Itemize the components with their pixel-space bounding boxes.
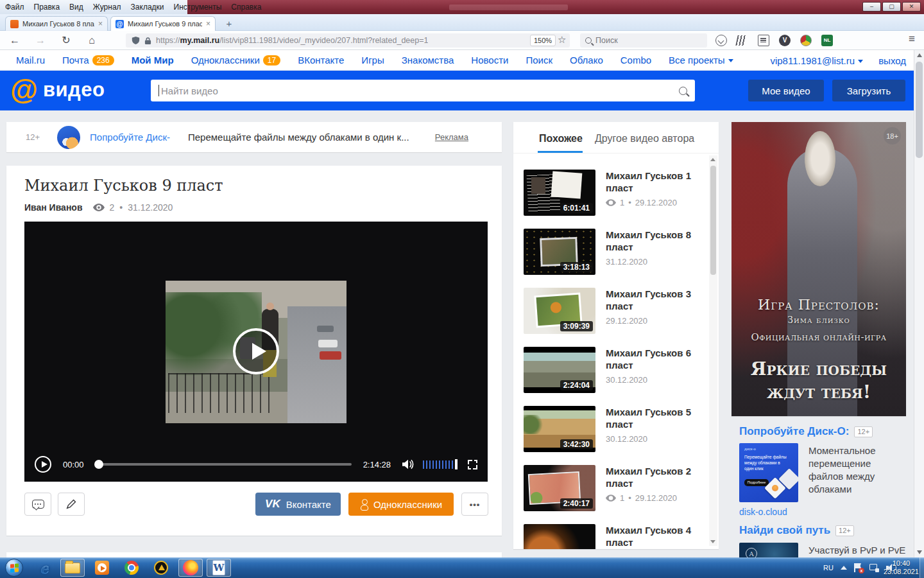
portal-link-mailru[interactable]: Mail.ru — [16, 55, 45, 66]
menu-history[interactable]: Журнал — [93, 3, 121, 12]
edit-button[interactable] — [58, 493, 85, 516]
my-videos-button[interactable]: Мое видео — [748, 80, 824, 101]
portal-link-search[interactable]: Поиск — [526, 55, 552, 66]
taskbar-aimp[interactable] — [149, 559, 173, 577]
ad-link[interactable]: Попробуйте Диск- — [90, 132, 170, 143]
fullscreen-icon[interactable] — [468, 460, 477, 469]
ad-banner[interactable]: 12+ Попробуйте Диск- Перемещайте файлы м… — [6, 122, 502, 152]
portal-link-dating[interactable]: Знакомства — [402, 55, 454, 66]
menu-tools[interactable]: Инструменты — [174, 3, 222, 12]
tracking-shield-icon[interactable] — [132, 36, 140, 45]
taskbar-firefox[interactable] — [178, 559, 203, 577]
video-author[interactable]: Иван Иванов — [24, 202, 83, 213]
tab-1[interactable]: Михаил Гуськов 8 пласт (Юри × — [5, 16, 108, 31]
tab-2-active[interactable]: @ Михаил Гуськов 9 пласт – смо × — [110, 16, 216, 31]
seek-slider[interactable] — [96, 463, 352, 466]
portal-link-ok[interactable]: Одноклассники17 — [191, 55, 281, 66]
bookmark-star-icon[interactable]: ☆ — [558, 34, 566, 46]
video-logo[interactable]: @ видео — [10, 75, 105, 105]
sidebar-toggle-icon[interactable] — [758, 35, 769, 46]
volume-level-bars[interactable] — [423, 459, 458, 469]
menu-icon[interactable]: ≡ — [909, 33, 915, 46]
comments-button[interactable] — [24, 493, 51, 516]
library-icon[interactable] — [735, 35, 749, 46]
video-search-input[interactable]: Найти видео — [151, 80, 695, 101]
portal-link-cloud[interactable]: Облако — [570, 55, 603, 66]
minimize-button[interactable]: – — [862, 2, 881, 12]
nl-extension-icon[interactable]: NL — [821, 35, 833, 46]
share-ok-button[interactable]: Одноклассники — [348, 493, 454, 516]
share-vk-button[interactable]: VK Вконтакте — [255, 493, 341, 516]
taskbar-word[interactable]: W — [207, 559, 231, 577]
tab-similar[interactable]: Похожее — [539, 133, 583, 144]
taskbar-explorer[interactable] — [60, 559, 85, 577]
upload-button[interactable]: Загрузить — [832, 80, 905, 101]
lock-icon[interactable] — [144, 37, 151, 45]
tab-1-close-icon[interactable]: × — [98, 19, 103, 28]
logout-link[interactable]: выход — [878, 55, 906, 66]
related-video-5[interactable]: 3:42:30 Михаил Гуськов 5 пласт 30.12.202… — [524, 406, 705, 452]
scrollbar-thumb[interactable] — [710, 166, 716, 275]
menu-edit[interactable]: Правка — [34, 3, 60, 12]
related-video-4[interactable]: 2:24:04 Михаил Гуськов 6 пласт 30.12.202… — [524, 347, 705, 393]
scrollbar-thumb[interactable] — [916, 62, 923, 158]
portal-link-all-projects[interactable]: Все проекты — [669, 55, 733, 66]
maximize-button[interactable]: ▢ — [882, 2, 901, 12]
menu-view[interactable]: Вид — [69, 3, 83, 12]
menu-bookmarks[interactable]: Закладки — [131, 3, 164, 12]
disko-ad-title-link[interactable]: Попробуйте Диск-О: — [739, 425, 849, 438]
sidebar-scrollbar[interactable] — [709, 155, 717, 546]
related-video-7[interactable]: Михаил Гуськов 4 пласт — [524, 524, 705, 549]
related-video-1[interactable]: 6:01:41 Михаил Гуськов 1 пласт 1 • 29.12… — [524, 170, 705, 216]
show-desktop-button[interactable] — [920, 557, 924, 578]
portal-link-vk[interactable]: ВКонтакте — [298, 55, 344, 66]
url-bar[interactable]: https://my.mail.ru/list/vip811.1981/vide… — [126, 33, 570, 48]
action-center-icon[interactable]: x — [854, 563, 862, 572]
new-tab-button[interactable]: + — [223, 18, 235, 30]
portal-link-news[interactable]: Новости — [471, 55, 508, 66]
portal-link-combo[interactable]: Combo — [620, 55, 651, 66]
scroll-down-icon[interactable] — [710, 540, 715, 543]
taskbar-clock[interactable]: 10:40 23.08.2021 — [884, 559, 919, 576]
tab-2-close-icon[interactable]: × — [206, 19, 210, 28]
page-scrollbar[interactable] — [914, 50, 924, 557]
volume-icon[interactable] — [401, 459, 415, 470]
search-icon[interactable] — [679, 87, 687, 95]
play-button-overlay[interactable] — [233, 328, 279, 374]
taskbar-ie[interactable]: e — [32, 559, 56, 577]
close-button[interactable]: ✕ — [902, 2, 921, 12]
pocket-icon[interactable] — [715, 35, 727, 46]
profile-badge-icon[interactable]: V — [779, 35, 791, 46]
related-video-2[interactable]: 3:18:13 Михаил Гуськов 8 пласт 31.12.202… — [524, 229, 705, 275]
tray-expand-icon[interactable] — [841, 566, 847, 570]
taskbar-chrome[interactable] — [119, 559, 144, 577]
reload-icon[interactable]: ↻ — [59, 33, 73, 48]
path-ad-title-link[interactable]: Найди свой путь — [739, 524, 830, 537]
game-of-thrones-ad[interactable]: 18+ Игра Престолов: Зима близко Официаль… — [732, 122, 906, 416]
back-icon[interactable]: ← — [8, 33, 22, 48]
tab-author-videos[interactable]: Другое видео автора — [595, 133, 694, 144]
menu-file[interactable]: Файл — [5, 3, 24, 12]
scroll-up-icon[interactable] — [710, 158, 715, 161]
ad-label-link[interactable]: Реклама — [435, 132, 468, 142]
browser-search-field[interactable]: Поиск — [580, 33, 707, 48]
seek-handle[interactable] — [94, 460, 103, 469]
disko-ad-link[interactable]: disk-o.cloud — [739, 507, 787, 517]
home-icon[interactable]: ⌂ — [85, 33, 99, 48]
menu-help[interactable]: Справка — [231, 3, 261, 12]
disko-ad-thumbnail[interactable]: диск-о Перемещайте файлы между облаками … — [739, 443, 798, 502]
related-video-6[interactable]: 2:40:17 Михаил Гуськов 2 пласт 1 • 29.12… — [524, 465, 705, 511]
zoom-level-indicator[interactable]: 150% — [530, 35, 556, 46]
scroll-down-icon[interactable] — [917, 550, 922, 554]
portal-link-games[interactable]: Игры — [361, 55, 384, 66]
portal-link-myworld[interactable]: Мой Мир — [132, 55, 174, 66]
forward-icon[interactable]: → — [33, 33, 47, 48]
taskbar-wmp[interactable] — [90, 559, 114, 577]
network-icon[interactable] — [869, 564, 879, 572]
play-icon[interactable] — [35, 456, 51, 473]
video-player[interactable]: 00:00 2:14:28 — [24, 222, 488, 482]
scroll-up-icon[interactable] — [917, 53, 922, 57]
portal-link-mail[interactable]: Почта236 — [62, 55, 114, 66]
user-account-menu[interactable]: vip811.1981@list.ru — [770, 55, 863, 66]
download-manager-icon[interactable] — [800, 35, 812, 46]
